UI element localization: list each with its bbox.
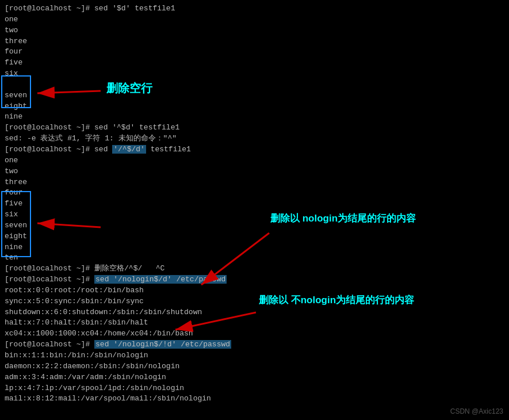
line-11: nine: [5, 112, 504, 123]
cmd-highlight-1: '/^$/d': [112, 145, 146, 154]
line-18: four: [5, 188, 504, 198]
line-25: [root@localhost ~]# 删除空格/^$/ ^C: [5, 264, 504, 274]
line-30: halt:x:7:0:halt:/sbin:/sbin/halt: [5, 318, 504, 329]
line-35: adm:x:3:4:adm:/var/adm:/sbin/nologin: [5, 372, 504, 383]
terminal: [root@localhost ~]# sed '$d' testfile1 o…: [0, 0, 509, 408]
line-32: [root@localhost ~]# sed '/nologin$/!d' /…: [5, 339, 504, 350]
line-28: sync:x:5:0:sync:/sbin:/bin/sync: [5, 296, 504, 307]
line-15: one: [5, 155, 504, 166]
line-16: two: [5, 166, 504, 177]
line-20: six: [5, 209, 504, 220]
line-29: shutdown:x:6:0:shutdown:/sbin:/sbin/shut…: [5, 307, 504, 318]
line-1: [root@localhost ~]# sed '$d' testfile1: [5, 3, 504, 14]
delete-not-nologin-end-label: 删除以 不nologin为结尾的行的内容: [259, 293, 414, 307]
line-19: five: [5, 198, 504, 209]
line-31: xc04:x:1000:1000:xc04:/home/xc04:/bin/ba…: [5, 329, 504, 339]
line-5: four: [5, 47, 504, 58]
line-2: one: [5, 14, 504, 25]
line-17: three: [5, 177, 504, 188]
line-10: eight: [5, 101, 504, 112]
line-14: [root@localhost ~]# sed '/^$/d' testfile…: [5, 144, 504, 155]
line-3: two: [5, 25, 504, 36]
line-12: [root@localhost ~]# sed '^$d' testfile1: [5, 123, 504, 133]
line-6: five: [5, 58, 504, 68]
delete-nologin-end-label: 删除以 nologin为结尾的行的内容: [270, 212, 416, 225]
delete-empty-label: 删除空行: [106, 81, 152, 96]
line-4: three: [5, 36, 504, 47]
box-annotation-2: [1, 191, 31, 257]
line-24: ten: [5, 253, 504, 264]
line-36: lp:x:4:7:lp:/var/spool/lpd:/sbin/nologin: [5, 383, 504, 394]
line-33: bin:x:1:1:bin:/bin:/sbin/nologin: [5, 350, 504, 361]
cmd-highlight-3: sed '/nologin$/!d' /etc/passwd: [94, 340, 231, 349]
line-22: eight: [5, 231, 504, 242]
line-21: seven: [5, 220, 504, 231]
line-34: daemon:x:2:2:daemon:/sbin:/sbin/nologin: [5, 361, 504, 372]
line-37: mail:x:8:12:mail:/var/spool/mail:/sbin/n…: [5, 394, 504, 404]
line-26: [root@localhost ~]# sed '/nologin$/d' /e…: [5, 274, 504, 285]
cmd-highlight-2: sed '/nologin$/d' /etc/passwd: [94, 275, 227, 284]
csdn-watermark: CSDN @Axic123: [450, 407, 503, 415]
box-annotation-1: [1, 75, 31, 108]
line-7: six: [5, 68, 504, 79]
line-23: nine: [5, 242, 504, 253]
line-9: seven: [5, 90, 504, 101]
line-27: root:x:0:0:root:/root:/bin/bash: [5, 285, 504, 296]
line-8: [5, 79, 504, 90]
line-13: sed: -e 表达式 #1, 字符 1: 未知的命令："^": [5, 133, 504, 144]
